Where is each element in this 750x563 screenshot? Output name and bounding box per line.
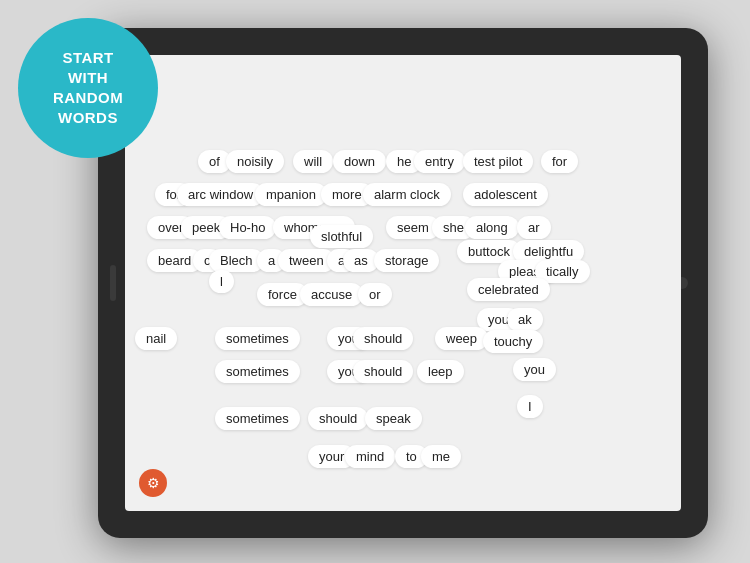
word-chip[interactable]: touchy (483, 330, 543, 353)
word-chip[interactable]: along (465, 216, 519, 239)
word-chip[interactable]: for (541, 150, 578, 173)
word-chip[interactable]: arc window (177, 183, 264, 206)
word-chip[interactable]: l (209, 270, 234, 293)
settings-button[interactable]: ⚙ (139, 469, 167, 497)
word-chip[interactable]: weep (435, 327, 488, 350)
ipad-volume-button (110, 265, 116, 301)
word-chip[interactable]: will (293, 150, 333, 173)
word-chip[interactable]: me (421, 445, 461, 468)
word-chip[interactable]: I (517, 395, 543, 418)
word-chip[interactable]: mpanion (255, 183, 327, 206)
word-chip[interactable]: entry (414, 150, 465, 173)
start-button[interactable]: STARTWITHRANDOMWORDS (18, 18, 158, 158)
word-chip[interactable]: Ho-ho (219, 216, 276, 239)
word-chip[interactable]: sometimes (215, 407, 300, 430)
word-chip[interactable]: should (353, 360, 413, 383)
word-chip[interactable]: you (513, 358, 556, 381)
gear-icon: ⚙ (147, 475, 160, 491)
word-chip[interactable]: sometimes (215, 360, 300, 383)
word-chip[interactable]: ar (517, 216, 551, 239)
scene: STARTWITHRANDOMWORDS ⚙ ofnoisilywilldown… (0, 0, 750, 563)
word-chip[interactable]: or (358, 283, 392, 306)
word-chip[interactable]: nail (135, 327, 177, 350)
word-chip[interactable]: alarm clock (363, 183, 451, 206)
word-chip[interactable]: Blech (209, 249, 264, 272)
word-chip[interactable]: adolescent (463, 183, 548, 206)
word-chip[interactable]: mind (345, 445, 395, 468)
word-chip[interactable]: celebrated (467, 278, 550, 301)
word-chip[interactable]: down (333, 150, 386, 173)
word-chip[interactable]: storage (374, 249, 439, 272)
word-chip[interactable]: should (353, 327, 413, 350)
word-chip[interactable]: accuse (300, 283, 363, 306)
word-chip[interactable]: ak (507, 308, 543, 331)
word-chip[interactable]: slothful (310, 225, 373, 248)
start-button-label: STARTWITHRANDOMWORDS (53, 48, 123, 129)
word-chip[interactable]: sometimes (215, 327, 300, 350)
ipad-frame: ⚙ ofnoisilywilldownheentrytest pilotforf… (98, 28, 708, 538)
word-chip[interactable]: noisily (226, 150, 284, 173)
word-chip[interactable]: test pilot (463, 150, 533, 173)
ipad-screen: ⚙ ofnoisilywilldownheentrytest pilotforf… (125, 55, 681, 511)
word-chip[interactable]: leep (417, 360, 464, 383)
word-chip[interactable]: speak (365, 407, 422, 430)
word-chip[interactable]: should (308, 407, 368, 430)
